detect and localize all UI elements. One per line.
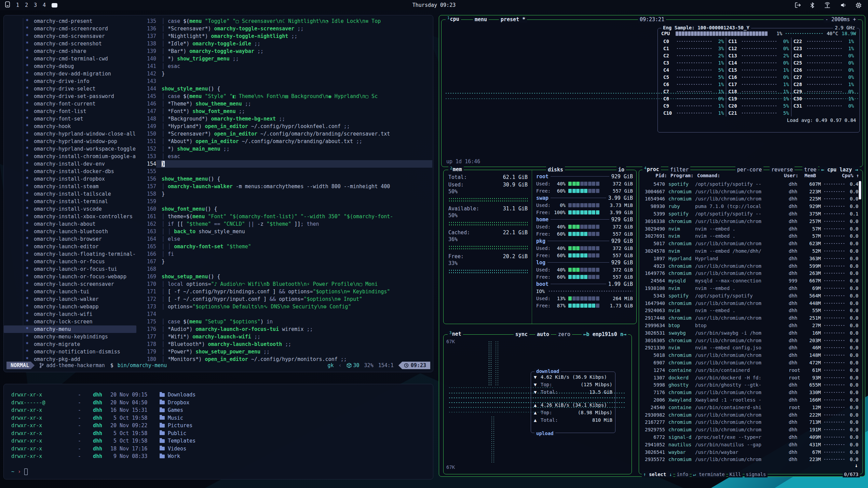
process-row[interactable]: 3027691nvimnvim --embed .dhh57M0.0 (640, 233, 858, 240)
sidebar-item-omarchy-drive-info[interactable]: *omarchy-drive-info (4, 78, 136, 85)
editor-line[interactable]: *omarchy-drive-set-password145│ case $(m… (4, 93, 432, 100)
omarchy-logo-icon[interactable] (5, 1, 10, 9)
volume-icon[interactable] (840, 2, 846, 8)
editor-line[interactable]: *omarchy-dev-add-migration142} (4, 70, 432, 78)
editor-line[interactable]: *omarchy-launch-webapp173│ options="$opt… (4, 303, 432, 310)
process-row[interactable]: 1897HyprlandHyprlanddhh363M0.0 (640, 255, 858, 262)
editor-line[interactable]: *omarchy-install-vscode160show_font_menu… (4, 205, 432, 213)
proc-reverse-tab[interactable]: reverse (770, 167, 795, 173)
editor-line[interactable]: *omarchy-notification-dismiss179│ *Power… (4, 348, 432, 355)
sidebar-item-omarchy-install-tailscale[interactable]: *omarchy-install-tailscale (4, 190, 136, 198)
sidebar-item-omarchy-menu-keybindings[interactable]: *omarchy-menu-keybindings (4, 333, 136, 340)
proc-filter-tab[interactable]: filter (668, 167, 690, 173)
editor-line[interactable]: *omarchy-cmd-share139│ *Bar*) omarchy-to… (4, 47, 432, 55)
process-row[interactable]: 1307dockerd/usr/bin/dockerd -H fd:root93… (640, 374, 858, 381)
editor-line[interactable]: *omarchy-hyprland-window-pop151│ *About*… (4, 138, 432, 145)
sidebar-item-omarchy-install-dev-env[interactable]: *omarchy-install-dev-env (4, 160, 136, 168)
sidebar-item-omarchy-cmd-share[interactable]: *omarchy-cmd-share (4, 47, 136, 55)
sidebar-item-omarchy-cmd-screenrecord[interactable]: *omarchy-cmd-screenrecord (4, 25, 136, 32)
process-row[interactable]: 2935572chromium/usr/lib/chromium/chromdh… (640, 456, 858, 463)
net-interface-switcher[interactable]: ←b enp191s0 n→ (582, 331, 628, 337)
editor-line[interactable]: *omarchy-migrate178│ *Bluetooth*) omarch… (4, 340, 432, 348)
sidebar-item-omarchy-install-dropbox[interactable]: *omarchy-install-dropbox (4, 175, 136, 183)
process-row[interactable]: 5017chromium/usr/lib/chromium/chromdhh62… (640, 240, 858, 247)
update-interval-control[interactable]: - 2000ms + (824, 16, 858, 23)
workspace-4[interactable]: 4 (43, 2, 46, 8)
sidebar-item-omarchy-cmd-screenshot[interactable]: *omarchy-cmd-screenshot (4, 40, 136, 47)
sidebar-item-omarchy-hyprland-workspace-toggle[interactable]: *omarchy-hyprland-workspace-toggle (4, 145, 136, 153)
process-row[interactable]: 5399spotify/opt/spotify/spotify --dhh375… (640, 210, 858, 218)
proc-signals-button[interactable]: signals (745, 471, 768, 477)
process-row[interactable]: 1654946chromium/usr/lib/chromium/chromdh… (640, 195, 858, 203)
editor-line[interactable]: *omarchy-install-dropbox156show_theme_me… (4, 175, 432, 183)
wifi-icon[interactable] (824, 2, 831, 9)
process-row[interactable]: 6907chromium/usr/lib/chromium/chromdhh47… (640, 359, 858, 366)
net-zero-tab[interactable]: zero (556, 331, 572, 337)
sidebar-item-omarchy-launch-browser[interactable]: *omarchy-launch-browser (4, 235, 136, 243)
process-row[interactable]: 2924063nvimnvim --embed .dhh55M0.0 (640, 307, 858, 315)
active-workspace-indicator[interactable] (52, 3, 57, 8)
editor-line[interactable]: *omarchy-lock-screen175│ case $(menu "Se… (4, 318, 432, 325)
sidebar-item-omarchy-hook[interactable]: *omarchy-hook (4, 123, 136, 130)
process-row[interactable]: 2941052nautilus/usr/bin/nautilus --gapdh… (640, 441, 858, 448)
process-row[interactable]: 2006XwaylandXwayland :1 -rootless -dhh16… (640, 396, 858, 404)
editor-line[interactable]: *omarchy-cmd-terminal-cwd140│ *) show_tr… (4, 55, 432, 62)
proc-scrollbar[interactable] (859, 181, 861, 199)
sidebar-item-omarchy-launch-or-focus-tui[interactable]: *omarchy-launch-or-focus-tui (4, 265, 136, 273)
sidebar-item-omarchy-launch-bluetooth[interactable]: *omarchy-launch-bluetooth (4, 228, 136, 235)
sidebar-item-omarchy-font-set[interactable]: *omarchy-font-set (4, 115, 136, 123)
editor-line[interactable]: *omarchy-launch-or-focus-webapp169show_s… (4, 273, 432, 280)
editor-line[interactable]: *omarchy-install-dev-env154} (4, 160, 432, 168)
process-row[interactable]: 5998ghostty/usr/bin/ghostty --gtk-dhh655… (640, 381, 858, 389)
logout-icon[interactable] (795, 2, 801, 8)
editor-line[interactable]: *omarchy-launch-browser164│ else (4, 235, 432, 243)
cpu-chip-icon[interactable] (855, 2, 862, 9)
sidebar-item-omarchy-install-chromium-google-a[interactable]: *omarchy-install-chromium-google-a (4, 153, 136, 160)
editor-line[interactable]: *omarchy-install-docker-dbs155 (4, 168, 432, 175)
editor-line[interactable]: *omarchy-install-xbox-controllers161│ th… (4, 213, 432, 220)
sidebar-item-omarchy-launch-tui[interactable]: *omarchy-launch-tui (4, 288, 136, 295)
process-row[interactable]: 3026531swaybg/usr/bin/swaybg -i /homdhh1… (640, 329, 858, 337)
sidebar-item-omarchy-launch-floating-terminal-[interactable]: *omarchy-launch-floating-terminal- (4, 250, 136, 258)
btop-preset-tab[interactable]: preset * (499, 16, 527, 23)
proc-percore-tab[interactable]: per-core (735, 167, 763, 173)
editor-line[interactable]: *omarchy-install-chromium-google-a153│ e… (4, 153, 432, 160)
process-row[interactable]: 1649776chromium/usr/lib/chromium/chromdh… (640, 270, 858, 277)
editor-line[interactable]: *omarchy-launch-screensaver170│ local op… (4, 280, 432, 288)
process-row[interactable]: 3024578nvimnvim --embed /home/dhh/dhh52M… (640, 247, 858, 255)
editor-line[interactable]: *omarchy-font-list147│ *Font*) show_font… (4, 108, 432, 115)
sidebar-item-omarchy-launch-wifi[interactable]: *omarchy-launch-wifi (4, 310, 136, 318)
editor-line[interactable]: *omarchy-install-tailscale158} (4, 190, 432, 198)
process-row[interactable]: 3016338chromium/usr/lib/chromium/chromdh… (640, 218, 858, 225)
process-row[interactable]: 4923chromium/usr/lib/chromium/chromdhh59… (640, 262, 858, 270)
sidebar-item-omarchy-launch-screensaver[interactable]: *omarchy-launch-screensaver (4, 280, 136, 288)
sidebar-item-omarchy-migrate[interactable]: *omarchy-migrate (4, 340, 136, 348)
editor-line[interactable]: *omarchy-launch-bluetooth163│ │ back_to … (4, 228, 432, 235)
process-row[interactable]: 6772signal-d/proc/self/exe --type=rdhh40… (640, 433, 858, 441)
process-row[interactable]: 5470spotify/opt/spotify/spotify --dhh607… (640, 180, 858, 188)
editor-line[interactable]: *omarchy-hyprland-workspace-toggle152│ *… (4, 145, 432, 153)
process-row[interactable]: 7176chromium/usr/lib/chromium/chromdhh33… (640, 389, 858, 396)
proc-kill-button[interactable]: Kill (728, 471, 743, 477)
process-row[interactable]: 2921330nvimnvim --embed config.jsodhh46M… (640, 344, 858, 352)
process-row[interactable]: 2917448chromium/usr/lib/chromium/chromdh… (640, 314, 858, 322)
editor-line[interactable]: *omarchy-font-current146│ *Theme*) show_… (4, 100, 432, 108)
editor-line[interactable]: *omarchy-install-steam157│ omarchy-launc… (4, 183, 432, 190)
proc-terminate-button[interactable]: ↵ terminate (692, 471, 726, 477)
sidebar-item-omarchy-menu[interactable]: *omarchy-menu (4, 325, 136, 333)
net-box-title[interactable]: 3net (448, 331, 463, 337)
sidebar-item-omarchy-launch-walker[interactable]: *omarchy-launch-walker (4, 295, 136, 303)
sidebar-item-omarchy-cmd-present[interactable]: *omarchy-cmd-present (4, 17, 136, 25)
editor-line[interactable]: *omarchy-font-set148│ *Background*) omar… (4, 115, 432, 123)
sidebar-item-omarchy-drive-select[interactable]: *omarchy-drive-select (4, 85, 136, 93)
sidebar-item-omarchy-install-terminal[interactable]: *omarchy-install-terminal (4, 198, 136, 205)
sidebar-item-omarchy-install-xbox-controllers[interactable]: *omarchy-install-xbox-controllers (4, 213, 136, 220)
proc-box-title[interactable]: 4proc (642, 166, 661, 172)
editor-line[interactable]: *omarchy-cmd-screensaver137│ *Nightlight… (4, 32, 432, 40)
sidebar-item-omarchy-launch-editor[interactable]: *omarchy-launch-editor (4, 243, 136, 250)
sidebar-item-omarchy-hyprland-window-close-all[interactable]: *omarchy-hyprland-window-close-all (4, 130, 136, 138)
sidebar-item-omarchy-cmd-screensaver[interactable]: *omarchy-cmd-screensaver (4, 32, 136, 40)
sidebar-item-omarchy-launch-or-focus-webapp[interactable]: *omarchy-launch-or-focus-webapp (4, 273, 136, 280)
proc-info-button[interactable]: info (675, 471, 690, 477)
workspace-3[interactable]: 3 (34, 2, 37, 8)
